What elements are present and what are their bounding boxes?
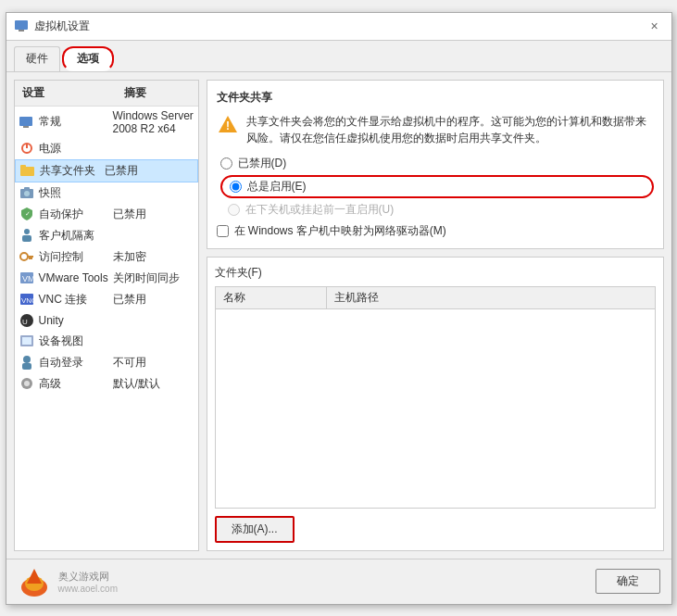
svg-point-14 <box>20 253 28 260</box>
svg-rect-17 <box>29 258 31 259</box>
svg-rect-1 <box>19 30 24 31</box>
item-general-summary: Windows Server 2008 R2 x64 <box>113 109 194 135</box>
title-bar-left: 虚拟机设置 <box>14 19 90 34</box>
svg-point-26 <box>23 356 31 363</box>
item-access-control-summary: 未加密 <box>113 249 194 265</box>
item-advanced-label: 高级 <box>39 376 113 392</box>
svg-rect-25 <box>22 337 31 345</box>
folder-icon <box>19 163 36 178</box>
device-view-icon <box>19 333 35 348</box>
file-sharing-title: 文件夹共享 <box>217 90 654 106</box>
radio-on-resume[interactable]: 在下关机或挂起前一直启用(U) <box>220 202 654 218</box>
vmware-tools-icon: VM <box>19 270 35 285</box>
right-panel: 文件夹共享 ! 共享文件夹会将您的文件显示给虚拟机中的程序。这可能为您的计算机和… <box>207 80 664 551</box>
item-auto-login-label: 自动登录 <box>39 355 113 371</box>
folders-table-header: 名称 主机路径 <box>216 287 655 309</box>
tabs-bar: 硬件 选项 <box>6 41 671 72</box>
svg-rect-7 <box>20 165 26 169</box>
power-icon <box>19 141 35 156</box>
item-snapshots-label: 快照 <box>39 185 113 201</box>
item-vmware-tools-summary: 关闭时间同步 <box>113 270 194 286</box>
tab-options[interactable]: 选项 <box>62 46 114 71</box>
svg-text:VM: VM <box>22 274 34 283</box>
settings-item-power[interactable]: 电源 <box>15 138 198 159</box>
checkbox-map[interactable] <box>217 225 229 237</box>
svg-rect-3 <box>23 126 29 128</box>
vnc-icon: VNC <box>19 292 35 307</box>
item-general-label: 常规 <box>39 114 113 130</box>
svg-marker-34 <box>27 569 42 584</box>
left-header: 设置 摘要 <box>15 81 198 107</box>
close-button[interactable]: × <box>646 17 664 35</box>
radio-group: 已禁用(D) 总是启用(E) 在下关机或挂起前一直启用(U) <box>220 156 654 218</box>
warning-icon: ! <box>217 113 239 135</box>
settings-item-device-view[interactable]: 设备视图 <box>15 331 198 352</box>
radio-disabled[interactable]: 已禁用(D) <box>220 156 654 171</box>
item-auto-protect-label: 自动保护 <box>39 207 113 222</box>
shield-icon: ✓ <box>19 207 35 221</box>
col-host-path-header: 主机路径 <box>327 287 655 308</box>
svg-rect-16 <box>31 258 32 259</box>
svg-text:✓: ✓ <box>25 210 31 217</box>
svg-rect-10 <box>24 187 30 190</box>
settings-item-snapshots[interactable]: 快照 <box>15 182 198 204</box>
settings-item-guest-isolation[interactable]: 客户机隔离 <box>15 225 198 246</box>
svg-text:U: U <box>22 318 28 326</box>
auto-login-icon <box>19 355 35 370</box>
svg-rect-27 <box>22 363 31 370</box>
advanced-icon <box>19 376 35 391</box>
item-device-view-label: 设备视图 <box>39 333 113 349</box>
item-power-label: 电源 <box>39 141 113 157</box>
folders-section: 文件夹(F) 名称 主机路径 添加(A)... <box>207 257 664 551</box>
item-vmware-tools-label: VMware Tools <box>39 271 113 284</box>
svg-rect-13 <box>22 235 31 242</box>
watermark-logo <box>18 565 51 598</box>
checkbox-map-label: 在 Windows 客户机中映射为网络驱动器(M) <box>234 223 446 239</box>
tab-hardware[interactable]: 硬件 <box>14 46 60 71</box>
item-guest-isolation-label: 客户机隔离 <box>39 228 113 244</box>
unity-icon: U <box>19 313 35 328</box>
camera-icon <box>19 185 35 200</box>
svg-point-29 <box>24 381 30 386</box>
add-button[interactable]: 添加(A)... <box>215 516 295 543</box>
key-icon <box>19 249 35 264</box>
settings-item-vnc[interactable]: VNC VNC 连接 已禁用 <box>15 289 198 310</box>
col-name-header: 名称 <box>216 287 327 308</box>
window-icon <box>14 19 29 33</box>
settings-item-vmware-tools[interactable]: VM VMware Tools 关闭时间同步 <box>15 268 198 289</box>
settings-item-access-control[interactable]: 访问控制 未加密 <box>15 246 198 268</box>
settings-list: 常规 Windows Server 2008 R2 x64 电源 <box>15 107 198 550</box>
radio-always[interactable]: 总是启用(E) <box>220 175 654 198</box>
add-btn-row: 添加(A)... <box>215 516 656 543</box>
checkbox-map-row[interactable]: 在 Windows 客户机中映射为网络驱动器(M) <box>217 223 654 239</box>
col-setting-header: 设置 <box>15 82 117 104</box>
item-auto-login-summary: 不可用 <box>113 355 194 371</box>
window-title: 虚拟机设置 <box>34 19 90 34</box>
svg-point-9 <box>24 191 30 196</box>
svg-rect-0 <box>15 20 28 30</box>
title-bar: 虚拟机设置 × <box>6 13 671 41</box>
watermark-text: 奥义游戏网 www.aoel.com <box>58 570 118 594</box>
ok-button[interactable]: 确定 <box>596 569 660 594</box>
watermark-area: 奥义游戏网 www.aoel.com <box>18 565 588 598</box>
warning-row: ! 共享文件夹会将您的文件显示给虚拟机中的程序。这可能为您的计算机和数据带来风险… <box>217 113 654 146</box>
item-vnc-label: VNC 连接 <box>39 292 113 308</box>
folders-label: 文件夹(F) <box>215 265 656 281</box>
warning-text: 共享文件夹会将您的文件显示给虚拟机中的程序。这可能为您的计算机和数据带来风险。请… <box>246 113 654 146</box>
item-unity-label: Unity <box>39 314 113 327</box>
item-access-control-label: 访问控制 <box>39 249 113 265</box>
settings-item-auto-protect[interactable]: ✓ 自动保护 已禁用 <box>15 204 198 225</box>
item-advanced-summary: 默认/默认 <box>113 376 194 392</box>
monitor-icon <box>19 115 35 130</box>
item-shared-folders-label: 共享文件夹 <box>40 163 105 179</box>
svg-point-12 <box>24 229 30 234</box>
svg-rect-2 <box>19 117 32 126</box>
svg-text:!: ! <box>226 119 230 132</box>
settings-item-unity[interactable]: U Unity <box>15 310 198 331</box>
col-summary-header: 摘要 <box>117 82 198 104</box>
settings-item-shared-folders[interactable]: 共享文件夹 已禁用 <box>15 159 198 182</box>
settings-item-auto-login[interactable]: 自动登录 不可用 <box>15 352 198 373</box>
settings-item-advanced[interactable]: 高级 默认/默认 <box>15 373 198 395</box>
item-shared-folders-summary: 已禁用 <box>105 163 194 179</box>
settings-item-general[interactable]: 常规 Windows Server 2008 R2 x64 <box>15 107 198 138</box>
